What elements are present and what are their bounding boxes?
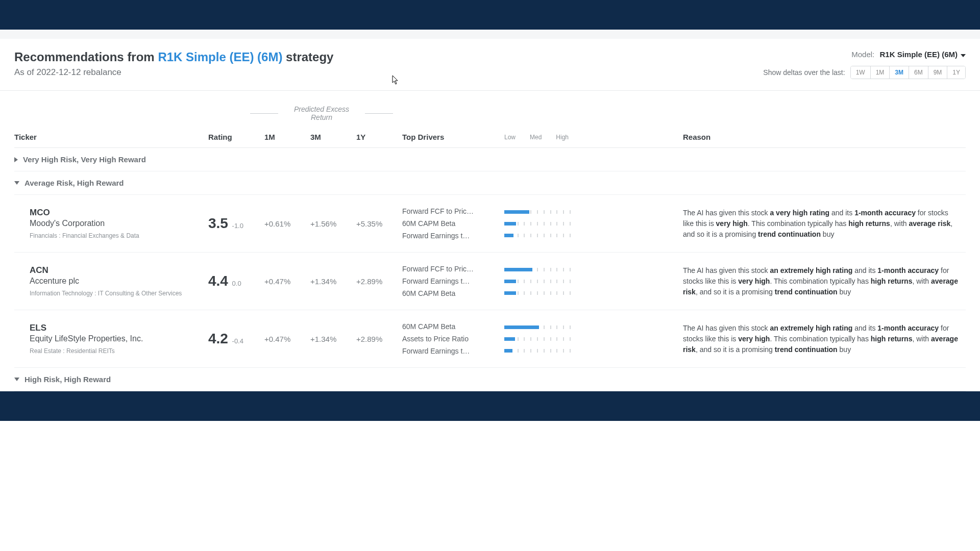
ticker-symbol: MCO [30, 208, 208, 218]
sector-label: Real Estate : Residential REITs [30, 347, 208, 355]
triangle-down-icon [14, 181, 19, 185]
return-m3: +1.56% [310, 219, 356, 228]
rating-delta: -0.4 [230, 337, 243, 345]
ticker-cell: MCOMoody's CorporationFinancials : Finan… [14, 208, 208, 239]
driver-label: Forward Earnings t… [402, 230, 504, 242]
driver-bars [504, 268, 683, 295]
driver-bar [504, 222, 571, 226]
col-3m[interactable]: 3M [310, 133, 356, 141]
rating-value: 4.2 -0.4 [208, 331, 264, 347]
rating-value: 4.4 0.0 [208, 273, 264, 289]
driver-bar [504, 210, 571, 214]
driver-label: 60M CAPM Beta [402, 217, 504, 230]
col-1m[interactable]: 1M [264, 133, 310, 141]
return-y1: +2.89% [356, 277, 402, 286]
scale-med: Med [530, 134, 542, 141]
driver-scale-labels: Low Med High [504, 134, 683, 141]
driver-bar [504, 291, 571, 295]
ticker-symbol: ELS [30, 323, 208, 333]
drivers-list: 60M CAPM BetaAssets to Price RatioForwar… [402, 320, 504, 357]
rating-delta: -1.0 [230, 222, 243, 230]
ticker-symbol: ACN [30, 265, 208, 276]
sector-label: Information Technology : IT Consulting &… [30, 290, 208, 297]
return-m1: +0.47% [264, 277, 310, 286]
header-spacer [0, 30, 980, 39]
sector-label: Financials : Financial Exchanges & Data [30, 232, 208, 239]
reason-text: The AI has given this stock an extremely… [683, 265, 966, 297]
group-label: Average Risk, High Reward [24, 179, 124, 187]
driver-bar [504, 325, 571, 329]
delta-label: Show deltas over the last: [763, 68, 845, 77]
page-title-block: Recommendations from R1K Simple (EE) (6M… [14, 50, 333, 78]
chevron-down-icon [961, 50, 966, 59]
predicted-excess-return-label: Predicted Excess Return [250, 105, 393, 121]
driver-label: Forward FCF to Pric… [402, 205, 504, 217]
delta-option-6m[interactable]: 6M [909, 66, 928, 79]
driver-bar [504, 234, 571, 237]
col-1y[interactable]: 1Y [356, 133, 402, 141]
return-m1: +0.61% [264, 219, 310, 228]
ticker-cell: ELSEquity LifeStyle Properties, Inc.Real… [14, 323, 208, 355]
driver-label: Forward Earnings t… [402, 275, 504, 287]
drivers-list: Forward FCF to Pric…60M CAPM BetaForward… [402, 205, 504, 242]
rule-icon [250, 113, 278, 114]
triangle-down-icon [14, 378, 19, 381]
driver-label: Forward Earnings t… [402, 345, 504, 357]
company-name: Accenture plc [30, 277, 208, 286]
delta-segmented-control: 1W1M3M6M9M1Y [850, 66, 966, 79]
driver-label: Forward FCF to Pric… [402, 263, 504, 275]
model-value: R1K Simple (EE) (6M) [879, 50, 958, 59]
col-ticker[interactable]: Ticker [14, 133, 208, 141]
table-header-row: Ticker Rating 1M 3M 1Y Top Drivers Low M… [14, 127, 966, 148]
group-header[interactable]: Average Risk, High Reward [14, 171, 966, 195]
top-nav-strip [0, 0, 980, 30]
group-label: Very High Risk, Very High Reward [23, 155, 146, 164]
model-selector-row: Model: R1K Simple (EE) (6M) [763, 50, 966, 59]
group-header[interactable]: Very High Risk, Very High Reward [14, 148, 966, 171]
scale-low: Low [504, 134, 516, 141]
title-suffix: strategy [282, 50, 333, 64]
model-label: Model: [851, 50, 874, 59]
title-prefix: Recommendations from [14, 50, 158, 64]
table-row[interactable]: ELSEquity LifeStyle Properties, Inc.Real… [14, 310, 966, 368]
return-y1: +2.89% [356, 335, 402, 343]
strategy-name-link[interactable]: R1K Simple (EE) (6M) [158, 50, 282, 64]
driver-bars [504, 210, 683, 237]
delta-option-3m[interactable]: 3M [890, 66, 909, 79]
col-rating[interactable]: Rating [208, 133, 264, 141]
driver-label: Assets to Price Ratio [402, 333, 504, 345]
delta-option-1y[interactable]: 1Y [947, 66, 965, 79]
reason-text: The AI has given this stock an extremely… [683, 323, 966, 355]
driver-bar [504, 280, 571, 283]
return-m3: +1.34% [310, 335, 356, 343]
ticker-cell: ACNAccenture plcInformation Technology :… [14, 265, 208, 297]
reason-text: The AI has given this stock a very high … [683, 208, 966, 240]
col-drivers[interactable]: Top Drivers [402, 133, 504, 141]
rating-delta: 0.0 [230, 280, 241, 287]
drivers-list: Forward FCF to Pric…Forward Earnings t…6… [402, 263, 504, 299]
return-y1: +5.35% [356, 219, 402, 228]
header-divider [0, 90, 980, 91]
col-reason[interactable]: Reason [683, 133, 966, 141]
driver-bars [504, 325, 683, 353]
delta-option-1w[interactable]: 1W [851, 66, 871, 79]
driver-bar [504, 268, 571, 271]
bottom-nav-strip [0, 391, 980, 421]
group-header[interactable]: High Risk, High Reward [14, 368, 966, 391]
delta-option-1m[interactable]: 1M [871, 66, 890, 79]
driver-label: 60M CAPM Beta [402, 287, 504, 299]
triangle-right-icon [14, 157, 18, 162]
model-dropdown[interactable]: R1K Simple (EE) (6M) [879, 50, 966, 59]
return-m3: +1.34% [310, 277, 356, 286]
rule-icon [365, 113, 393, 114]
company-name: Equity LifeStyle Properties, Inc. [30, 334, 208, 343]
table-row[interactable]: MCOMoody's CorporationFinancials : Finan… [14, 195, 966, 253]
rebalance-date: As of 2022-12-12 rebalance [14, 67, 333, 78]
driver-bar [504, 337, 571, 341]
delta-option-9m[interactable]: 9M [928, 66, 948, 79]
scale-high: High [556, 134, 569, 141]
table-row[interactable]: ACNAccenture plcInformation Technology :… [14, 253, 966, 310]
return-m1: +0.47% [264, 335, 310, 343]
driver-bar [504, 349, 571, 353]
predicted-text: Predicted Excess Return [285, 105, 358, 121]
